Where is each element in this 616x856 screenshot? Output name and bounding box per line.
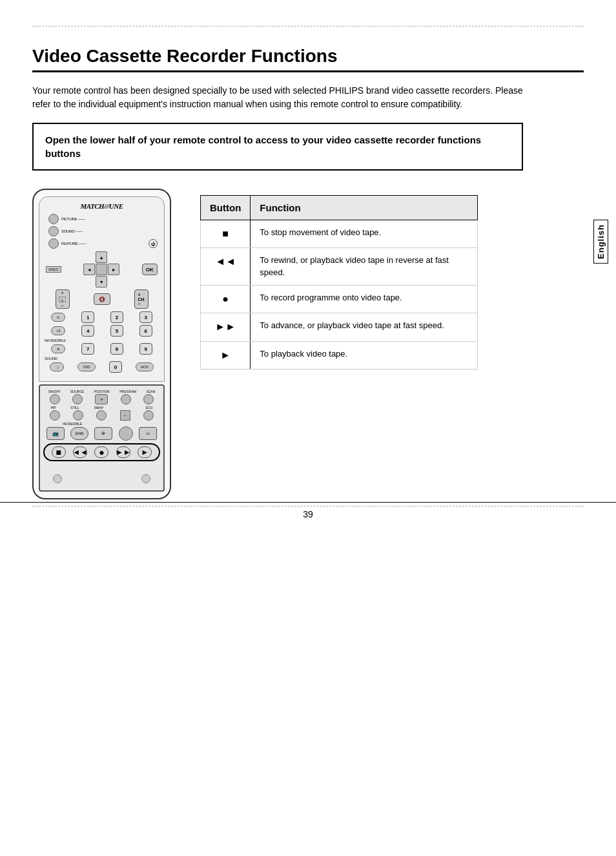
num-0-btn[interactable]: 0 — [109, 361, 122, 373]
vcr-play-icon: ► — [141, 448, 149, 457]
num-row-4: ☽ OSD 0 A/CH — [43, 361, 160, 373]
position-plus-btn[interactable]: + — [95, 394, 108, 404]
num-9-btn[interactable]: 9 — [139, 343, 152, 355]
vcr-rewind-btn[interactable]: ◄◄ — [73, 446, 87, 458]
bottom-circle-right — [141, 474, 150, 483]
num-6-btn[interactable]: 6 — [139, 325, 152, 337]
function-text-cell: To stop movement of video tape. — [251, 220, 478, 248]
vcr-record-icon: ● — [99, 447, 104, 457]
vol-ch-row: + △ − 🔇 +CH− — [43, 289, 160, 309]
button-symbol-cell: ►► — [201, 313, 251, 341]
table-row: ■To stop movement of video tape. — [201, 220, 478, 248]
vcr-rewind-icon: ◄◄ — [72, 448, 88, 457]
special-btn-2[interactable]: I-II — [51, 326, 65, 335]
circle-btn[interactable] — [119, 426, 133, 441]
button-symbol-cell: ● — [201, 285, 251, 313]
table-header-function: Function — [251, 196, 478, 220]
vcr-record-btn[interactable]: ● — [94, 446, 108, 458]
dnr-btn[interactable]: DNR — [70, 427, 88, 440]
logo-text: MATCH///UNE — [80, 202, 123, 210]
remote-top-section: MATCH///UNE PICTURE —— SOUND —— — [39, 196, 165, 382]
dpad-left[interactable]: ◄ — [83, 264, 95, 275]
sidebar-language-label: English — [593, 220, 608, 264]
program-btn[interactable] — [121, 394, 131, 404]
dpad-up[interactable]: ▲ — [96, 251, 107, 263]
ach-btn[interactable]: A/CH — [136, 362, 154, 371]
table-header-button: Button — [201, 196, 251, 220]
vcr-stop-btn[interactable]: ■ — [52, 446, 66, 458]
bottom-btn-row2: − — [43, 410, 160, 421]
scan-btn[interactable] — [143, 394, 154, 404]
function-text-cell: To rewind, or playback video tape in rev… — [251, 248, 478, 285]
sleep-btn[interactable]: ☽ — [50, 362, 64, 371]
ch-btn[interactable]: +CH− — [134, 289, 149, 309]
mute-btn[interactable]: 🔇 — [94, 293, 110, 305]
function-text-cell: To record programme onto video tape. — [251, 285, 478, 313]
function-text-cell: To advance, or playback video tape at fa… — [251, 313, 478, 341]
bottom-circle-left — [53, 474, 62, 483]
vcr-ff-icon: ►► — [116, 448, 131, 457]
num-8-btn[interactable]: 8 — [110, 343, 123, 355]
table-row: ●To record programme onto video tape. — [201, 285, 478, 313]
vol-btn[interactable]: + △ − — [56, 289, 70, 309]
num-4-btn[interactable]: 4 — [81, 325, 94, 337]
vcr-stop-icon: ■ — [56, 447, 61, 457]
function-table-container: Button Function ■To stop movement of vid… — [200, 195, 584, 370]
sound-label-2: SOUND — [45, 357, 160, 360]
intro-paragraph: Your remote control has been designed sp… — [32, 84, 523, 111]
incredible-btn[interactable]: ⊕ — [51, 344, 65, 353]
num-row-1: ⊡ 1 2 3 — [43, 311, 160, 323]
dpad-right[interactable]: ► — [108, 264, 119, 275]
picture-row: PICTURE —— — [48, 214, 160, 224]
swap-btn[interactable] — [96, 410, 107, 421]
main-content: MATCH///UNE PICTURE —— SOUND —— — [32, 189, 584, 499]
incredible3-btn[interactable]: ⊛ — [94, 427, 112, 440]
page-number: 39 — [303, 509, 313, 519]
eco-btn[interactable] — [143, 410, 154, 421]
num-3-btn[interactable]: 3 — [139, 311, 152, 323]
num-2-btn[interactable]: 2 — [110, 311, 123, 323]
remote-control: MATCH///UNE PICTURE —— SOUND —— — [32, 189, 171, 499]
num-1-btn[interactable]: 1 — [81, 311, 94, 323]
sound-btn[interactable] — [48, 226, 59, 236]
osd-btn[interactable]: OSD — [77, 362, 96, 371]
remote-bottom-section: ON/OFFSOURCEPOSITIONPROGRAMSCAN + PIPSTI… — [39, 384, 165, 492]
feature-btn[interactable] — [48, 238, 59, 249]
special-btn-1[interactable]: ⊡ — [51, 313, 65, 322]
rect-btn[interactable]: ▭ — [139, 427, 157, 440]
bottom-spacer — [43, 474, 160, 483]
bottom-btn-row1: + — [43, 394, 160, 404]
feature-row: FEATURE —— ⏻ — [48, 238, 158, 249]
feature-label: FEATURE —— — [61, 242, 86, 245]
num-7-btn[interactable]: 7 — [81, 343, 94, 355]
power-btn[interactable]: ⏻ — [149, 239, 158, 248]
video-btn[interactable]: VIDEO — [46, 266, 61, 273]
vcr-transport-row: ■ ◄◄ ● ►► ► — [43, 443, 160, 461]
dpad-center[interactable] — [96, 264, 107, 275]
function-text-cell: To playback video tape. — [251, 341, 478, 369]
bottom-label-row1: ON/OFFSOURCEPOSITIONPROGRAMSCAN — [43, 390, 160, 393]
picture-btn[interactable] — [48, 214, 59, 224]
table-row: ►►To advance, or playback video tape at … — [201, 313, 478, 341]
page-number-area: 39 — [0, 502, 616, 519]
num-5-btn[interactable]: 5 — [110, 325, 123, 337]
video-dpad-row: VIDEO ▲ ◄ ► ▼ — [43, 251, 160, 287]
pip-btn[interactable] — [50, 410, 60, 421]
onoff-btn[interactable] — [50, 394, 60, 404]
function-table: Button Function ■To stop movement of vid… — [200, 195, 478, 370]
highlight-text: Open the lower half of your remote contr… — [45, 133, 510, 160]
tv-btn[interactable]: 📺 — [46, 427, 65, 440]
source-btn[interactable] — [72, 394, 83, 404]
dpad-down[interactable]: ▼ — [96, 276, 107, 287]
page-title: Video Cassette Recorder Functions — [32, 46, 584, 67]
vcr-ff-btn[interactable]: ►► — [116, 446, 130, 458]
table-row: ◄◄To rewind, or playback video tape in r… — [201, 248, 478, 285]
bottom-btn-row3: 📺 DNR ⊛ ▭ — [43, 426, 160, 441]
still-btn[interactable] — [73, 410, 83, 421]
incredible-label: INCREDIBLE — [45, 339, 160, 342]
ok-btn[interactable]: OK — [142, 264, 158, 275]
button-symbol-cell: ◄◄ — [201, 248, 251, 285]
highlight-box: Open the lower half of your remote contr… — [32, 123, 523, 171]
vcr-play-btn[interactable]: ► — [138, 446, 152, 458]
bottom-label-row3: INCREDIBLE — [63, 422, 160, 426]
